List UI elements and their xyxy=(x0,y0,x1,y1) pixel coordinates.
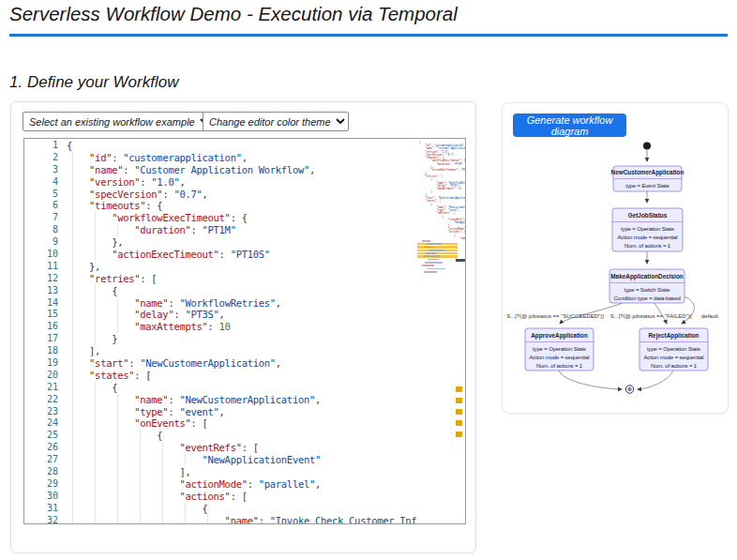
code-rows: 1{2 "id": "customerapplication",3 "name"… xyxy=(24,140,465,524)
svg-text:type = Event State: type = Event State xyxy=(625,183,669,189)
page-title: Serverless Workflow Demo - Execution via… xyxy=(9,3,458,25)
section-heading: 1. Define your Workflow xyxy=(9,73,178,92)
node-getjobstatus: GetJobStatus type = Operation State Acti… xyxy=(612,208,683,251)
workflow-example-select[interactable]: Select an existing workflow example xyxy=(23,112,213,131)
workflow-diagram: NewCustomerApplication type = Event Stat… xyxy=(502,133,727,409)
edge-approveapplication-end xyxy=(559,371,622,389)
svg-text:Action mode = sequential: Action mode = sequential xyxy=(530,355,590,360)
svg-text:MakeApplicationDecision: MakeApplicationDecision xyxy=(610,273,684,280)
editor-theme-select[interactable]: Change editor color theme xyxy=(203,112,349,131)
edge-label-default: default xyxy=(701,313,718,319)
page: Serverless Workflow Demo - Execution via… xyxy=(0,0,737,560)
svg-text:Action mode = sequential: Action mode = sequential xyxy=(644,355,704,360)
minimap-slider-edge xyxy=(456,259,465,262)
svg-text:type = Switch State: type = Switch State xyxy=(624,287,670,293)
end-node xyxy=(625,386,633,393)
svg-text:type = Operation State: type = Operation State xyxy=(647,346,701,352)
svg-text:Num. of actions = 1: Num. of actions = 1 xyxy=(651,363,698,369)
svg-text:Condition type = data-based: Condition type = data-based xyxy=(613,295,680,301)
edge-rejectapplication-end xyxy=(638,371,673,389)
edge-label-failed: S...[?(@.jobstatus == "FAILED")] xyxy=(610,313,692,319)
node-approveapplication: ApproveApplication type = Operation Stat… xyxy=(525,328,594,371)
svg-text:Action mode = sequential: Action mode = sequential xyxy=(618,235,678,240)
node-newcustomerapplication: NewCustomerApplication type = Event Stat… xyxy=(611,166,684,191)
svg-text:ApproveApplication: ApproveApplication xyxy=(531,332,588,340)
svg-text:Num. of actions = 1: Num. of actions = 1 xyxy=(624,243,671,249)
node-rejectapplication: RejectApplication type = Operation State… xyxy=(639,328,708,371)
svg-text:type = Operation State: type = Operation State xyxy=(621,226,675,232)
svg-text:NewCustomerApplication: NewCustomerApplication xyxy=(611,169,684,176)
svg-text:GetJobStatus: GetJobStatus xyxy=(628,212,668,219)
edge-label-succeeded: S...[?(@.jobstatus == "SUCCEEDED")] xyxy=(506,313,604,319)
minimap-code: { "id": "customerapplication", "name": "… xyxy=(419,141,465,240)
start-node xyxy=(643,143,651,150)
node-makeapplicationdecision: MakeApplicationDecision type = Switch St… xyxy=(609,269,684,303)
editor-minimap[interactable]: { "id": "customerapplication", "name": "… xyxy=(416,139,465,523)
svg-text:type = Operation State: type = Operation State xyxy=(533,346,587,352)
svg-text:Num. of actions = 1: Num. of actions = 1 xyxy=(536,363,583,369)
svg-text:RejectApplication: RejectApplication xyxy=(649,332,699,340)
title-divider xyxy=(9,34,728,37)
code-editor[interactable]: 1{2 "id": "customerapplication",3 "name"… xyxy=(23,138,466,524)
